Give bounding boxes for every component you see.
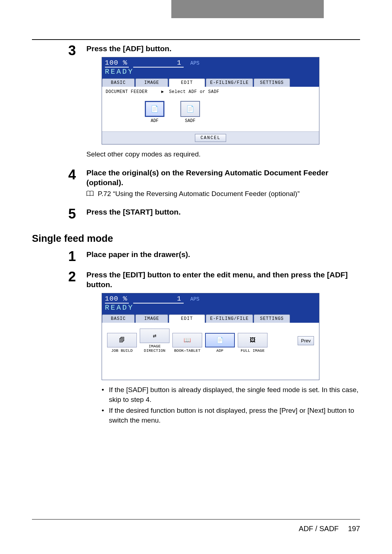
button-label: JOB BUILD [107, 349, 137, 353]
tab-row: BASIC IMAGE EDIT E-FILING/FILE SETTINGS [102, 78, 319, 87]
button-label: IMAGE DIRECTION [140, 344, 170, 353]
adf-button[interactable]: 📄 ADF [142, 101, 167, 123]
section-heading: Single feed mode [32, 233, 360, 244]
percent-unit: % [123, 295, 127, 303]
book-icon [86, 190, 94, 198]
book-tablet-icon: 📖 [172, 333, 202, 347]
panel-status-bar: 100 % 1 APS READY [102, 57, 319, 78]
copy-count: 1 [177, 295, 181, 303]
panel-body: 🗐 JOB BUILD ⇄ IMAGE DIRECTION 📖 BOOK↔TAB… [102, 323, 319, 380]
tab-efiling[interactable]: E-FILING/FILE [206, 78, 253, 87]
cancel-bar: CANCEL [102, 131, 319, 144]
button-label: SADF [177, 118, 203, 123]
lcd-panel-edit: 100 % 1 APS READY BASIC IMAGE EDIT E-FIL… [102, 293, 319, 380]
tab-edit[interactable]: EDIT [169, 314, 205, 323]
breadcrumb-hint: Select ADF or SADF [169, 89, 220, 94]
cancel-button[interactable]: CANCEL [195, 134, 226, 142]
step-number: 1 [68, 249, 84, 263]
adf-icon: 📄 [145, 101, 164, 117]
copy-count: 1 [177, 59, 181, 67]
page-footer: ADF / SADF 197 [32, 519, 360, 533]
book-tablet-button[interactable]: 📖 BOOK↔TABLET [172, 333, 202, 353]
image-direction-button[interactable]: ⇄ IMAGE DIRECTION [140, 329, 170, 353]
step-title: Place the original(s) on the Reversing A… [86, 168, 360, 188]
panel-status-bar: 100 % 1 APS READY [102, 293, 319, 314]
step-number: 4 [68, 168, 84, 182]
breadcrumb: DOCUMENT FEEDER [106, 89, 148, 94]
panel-body: DOCUMENT FEEDER ▶ Select ADF or SADF 📄 A… [102, 87, 319, 131]
page-content: 3 Press the [ADF] button. 100 % 1 APS RE… [32, 44, 360, 427]
image-direction-icon: ⇄ [140, 329, 170, 343]
page-header [0, 0, 392, 18]
button-label: ADF [205, 349, 235, 353]
prev-button[interactable]: Prev [298, 336, 314, 345]
full-image-button[interactable]: 🖼 FULL IMAGE [238, 333, 268, 353]
tab-settings[interactable]: SETTINGS [254, 78, 290, 87]
step-note: Select other copy modes as required. [86, 150, 360, 159]
step-number: 3 [68, 44, 84, 57]
tab-basic[interactable]: BASIC [102, 78, 135, 87]
horizontal-rule [32, 39, 360, 40]
job-build-icon: 🗐 [107, 333, 137, 347]
sadf-button[interactable]: 📄 SADF [177, 101, 203, 123]
paper-mode: APS [190, 296, 199, 302]
step-number: 5 [68, 207, 84, 221]
footer-page: 197 [348, 525, 360, 533]
step-4: 4 Place the original(s) on the Reversing… [32, 168, 360, 198]
button-label: FULL IMAGE [238, 349, 268, 353]
button-label: BOOK↔TABLET [172, 349, 202, 353]
step-b1: 1 Place paper in the drawer(s). [32, 249, 360, 263]
tab-edit[interactable]: EDIT [169, 78, 205, 87]
zoom-percent: 100 [105, 59, 118, 67]
reference-text: P.72 “Using the Reversing Automatic Docu… [98, 190, 299, 197]
tab-image[interactable]: IMAGE [135, 314, 168, 323]
footer-rule [32, 519, 360, 520]
chevron-right-icon: ▶ [161, 89, 164, 94]
full-image-icon: 🖼 [238, 333, 268, 347]
status-text: READY [105, 68, 316, 76]
step-5: 5 Press the [START] button. [32, 207, 360, 221]
tab-row: BASIC IMAGE EDIT E-FILING/FILE SETTINGS [102, 314, 319, 323]
notes-list: If the [SADF] button is already displaye… [102, 385, 360, 425]
tab-basic[interactable]: BASIC [102, 314, 135, 323]
job-build-button[interactable]: 🗐 JOB BUILD [107, 333, 137, 353]
list-item: If the [SADF] button is already displaye… [102, 385, 360, 404]
tab-image[interactable]: IMAGE [135, 78, 168, 87]
sadf-icon: 📄 [180, 101, 200, 117]
step-3: 3 Press the [ADF] button. 100 % 1 APS RE… [32, 44, 360, 159]
reference-line: P.72 “Using the Reversing Automatic Docu… [86, 190, 360, 198]
adf-button[interactable]: 📄 ADF [205, 333, 235, 353]
step-title: Press the [ADF] button. [86, 44, 360, 53]
step-number: 2 [68, 270, 84, 284]
percent-unit: % [123, 59, 127, 67]
step-title: Press the [EDIT] button to enter the edi… [86, 270, 360, 290]
footer-section: ADF / SADF [299, 525, 339, 533]
tab-settings[interactable]: SETTINGS [254, 314, 290, 323]
zoom-percent: 100 [105, 295, 118, 303]
step-title: Place paper in the drawer(s). [86, 249, 360, 259]
step-b2: 2 Press the [EDIT] button to enter the e… [32, 270, 360, 427]
status-text: READY [105, 304, 316, 312]
tab-efiling[interactable]: E-FILING/FILE [206, 314, 253, 323]
paper-mode: APS [190, 60, 199, 66]
lcd-panel-adf: 100 % 1 APS READY BASIC IMAGE EDIT E-FIL… [102, 57, 319, 144]
list-item: If the desired function button is not di… [102, 406, 360, 425]
button-label: ADF [142, 118, 167, 123]
adf-icon: 📄 [205, 333, 235, 347]
header-dark-block [171, 0, 324, 18]
step-title: Press the [START] button. [86, 207, 360, 217]
